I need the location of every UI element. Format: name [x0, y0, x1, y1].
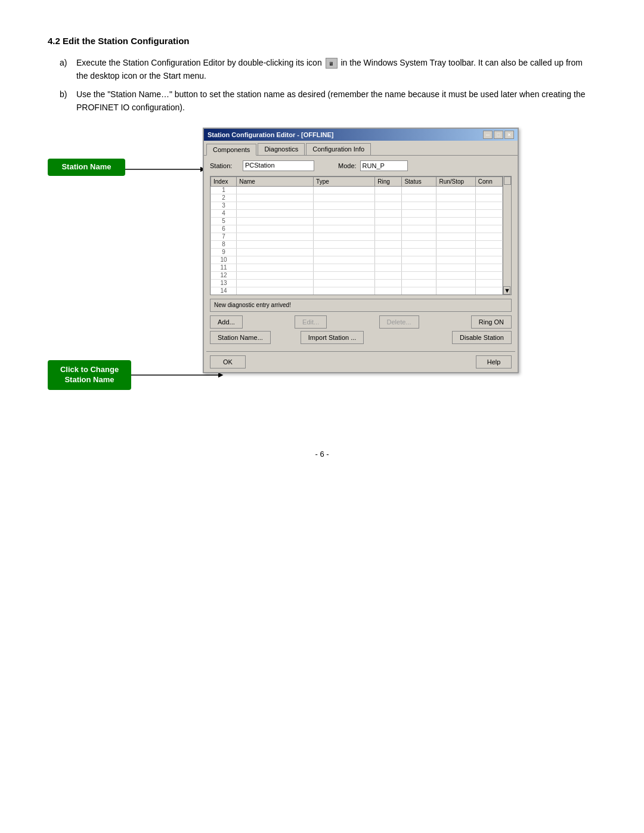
table-scrollbar[interactable]: ▼	[503, 176, 511, 295]
col-ring: Ring	[375, 176, 402, 186]
table-row: 10	[211, 256, 503, 264]
table-row: 8	[211, 240, 503, 248]
edit-button[interactable]: Edit...	[295, 315, 327, 329]
components-table-wrapper: Index Name Type Ring Status Run/Stop Con…	[210, 176, 512, 295]
list-text-b: Use the "Station Name…" button to set th…	[76, 88, 596, 114]
win-dialog: Station Configuration Editor - [OFFLINE]…	[203, 128, 519, 373]
win-body: Station: PCStation Mode: RUN_P	[204, 156, 518, 351]
disable-station-button[interactable]: Disable Station	[452, 331, 512, 344]
win-title-text: Station Configuration Editor - [OFFLINE]	[208, 131, 333, 138]
ring-on-button[interactable]: Ring ON	[471, 315, 512, 329]
ok-button[interactable]: OK	[210, 355, 246, 368]
win-titlebar-controls: ─ □ ×	[483, 131, 514, 139]
page-content: 4.2 Edit the Station Configuration a) Ex…	[0, 0, 644, 494]
col-status: Status	[402, 176, 436, 186]
col-conn: Conn	[475, 176, 502, 186]
table-row: 13	[211, 279, 503, 287]
station-input[interactable]: PCStation	[243, 160, 314, 171]
components-table: Index Name Type Ring Status Run/Stop Con…	[210, 176, 503, 295]
page-number: - 6 -	[48, 450, 596, 459]
list-item-a: a) Execute the Station Configuration Edi…	[60, 57, 596, 82]
table-row: 5	[211, 217, 503, 225]
station-mode-row: Station: PCStation Mode: RUN_P	[210, 160, 512, 171]
section-heading: 4.2 Edit the Station Configuration	[48, 36, 596, 46]
table-row: 11	[211, 264, 503, 271]
system-tray-icon: 🖥	[326, 58, 338, 69]
table-row: 3	[211, 202, 503, 209]
col-name: Name	[237, 176, 314, 186]
station-label: Station:	[210, 162, 243, 169]
win-tabs: Components Diagnostics Configuration Inf…	[204, 141, 518, 156]
win-close-btn[interactable]: ×	[504, 131, 514, 139]
station-name-callout: Station Name	[48, 159, 125, 176]
ok-help-row: OK Help	[204, 352, 518, 372]
table-row: 9	[211, 248, 503, 256]
list-marker-a: a)	[60, 57, 76, 82]
add-button[interactable]: Add...	[210, 315, 243, 329]
table-row: 1	[211, 186, 503, 194]
click-to-change-text: Click to Change Station Name	[60, 365, 119, 384]
list-text-a: Execute the Station Configuration Editor…	[76, 57, 596, 82]
diagram-area: Station Name Click to Change Station Nam…	[48, 128, 596, 414]
list-text-a-part1: Execute the Station Configuration Editor…	[76, 58, 322, 67]
tab-configuration-info[interactable]: Configuration Info	[306, 143, 371, 155]
status-message: New diagnostic entry arrived!	[210, 299, 512, 312]
table-header-row: Index Name Type Ring Status Run/Stop Con…	[211, 176, 503, 186]
import-station-button[interactable]: Import Station ...	[301, 331, 364, 344]
col-type: Type	[314, 176, 375, 186]
list-item-b: b) Use the "Station Name…" button to set…	[60, 88, 596, 114]
table-row: 12	[211, 271, 503, 279]
win-titlebar: Station Configuration Editor - [OFFLINE]…	[204, 129, 518, 141]
table-row: 6	[211, 225, 503, 233]
buttons-row-2: Station Name... Import Station ... Disab…	[210, 331, 512, 344]
help-button[interactable]: Help	[476, 355, 512, 368]
win-maximize-btn[interactable]: □	[494, 131, 503, 139]
win-minimize-btn[interactable]: ─	[483, 131, 493, 139]
station-name-button[interactable]: Station Name...	[210, 331, 271, 344]
mode-value: RUN_P	[360, 160, 408, 171]
click-to-change-callout: Click to Change Station Name	[48, 360, 131, 390]
arrow-station-name	[125, 163, 209, 175]
mode-label: Mode:	[338, 162, 357, 169]
col-runstop: Run/Stop	[436, 176, 475, 186]
doc-list: a) Execute the Station Configuration Edi…	[48, 57, 596, 114]
buttons-row-1: Add... Edit... Delete... Ring ON	[210, 315, 512, 329]
col-index: Index	[211, 176, 237, 186]
table-row: 14	[211, 287, 503, 295]
table-row: 7	[211, 233, 503, 240]
tab-components[interactable]: Components	[206, 144, 256, 156]
table-row: 4	[211, 209, 503, 217]
list-marker-b: b)	[60, 88, 76, 114]
table-row: 2	[211, 194, 503, 202]
tab-diagnostics[interactable]: Diagnostics	[258, 143, 305, 155]
delete-button[interactable]: Delete...	[379, 315, 419, 329]
